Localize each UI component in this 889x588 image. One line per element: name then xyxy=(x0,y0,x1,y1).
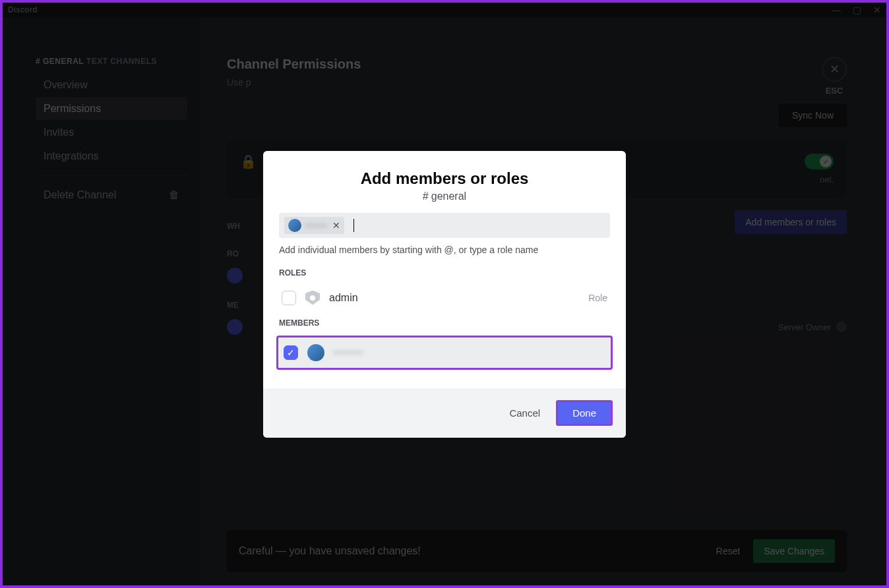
members-label: MEMBERS xyxy=(279,318,610,328)
member-avatar xyxy=(307,344,324,361)
selected-member-chip: ••••• ✕ xyxy=(284,217,344,234)
modal-channel: # general xyxy=(276,191,613,202)
role-tag: Role xyxy=(588,293,607,303)
roles-label: ROLES xyxy=(279,268,610,278)
search-input[interactable]: ••••• ✕ xyxy=(279,213,610,238)
member-checkbox[interactable]: ✓ xyxy=(284,345,298,360)
role-row-admin[interactable]: admin Role xyxy=(279,285,610,310)
hash-lock-icon: # xyxy=(423,191,429,202)
modal-title: Add members or roles xyxy=(276,169,613,188)
cancel-button[interactable]: Cancel xyxy=(509,407,540,419)
chip-name: ••••• xyxy=(305,220,328,231)
text-cursor xyxy=(353,219,354,232)
modal-channel-name: general xyxy=(431,191,466,202)
role-name: admin xyxy=(329,292,579,304)
shield-icon xyxy=(305,291,320,305)
modal-footer: Cancel Done xyxy=(263,388,626,438)
member-row[interactable]: ✓ •••••• xyxy=(276,336,613,370)
add-members-modal: Add members or roles # general ••••• ✕ A… xyxy=(263,151,626,438)
done-button[interactable]: Done xyxy=(556,400,613,426)
modal-overlay: Add members or roles # general ••••• ✕ A… xyxy=(3,3,886,585)
search-hint: Add individual members by starting with … xyxy=(279,245,610,255)
chip-avatar xyxy=(288,219,301,232)
chip-remove-icon[interactable]: ✕ xyxy=(332,220,340,231)
member-name: •••••• xyxy=(334,347,605,359)
role-checkbox[interactable] xyxy=(282,291,296,305)
